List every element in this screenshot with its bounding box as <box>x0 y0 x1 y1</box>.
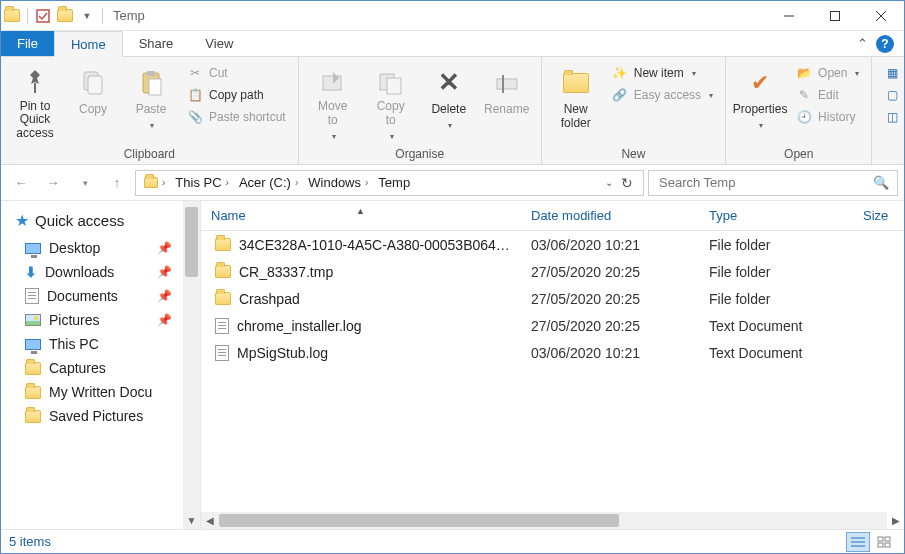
cut-button[interactable]: ✂Cut <box>181 63 292 83</box>
navpane-item-label: This PC <box>49 336 99 352</box>
scroll-right-icon[interactable]: ▶ <box>887 512 904 529</box>
select-none-button[interactable]: ▢Select none <box>878 85 905 105</box>
invert-selection-button[interactable]: ◫Invert selection <box>878 107 905 127</box>
properties-button[interactable]: ✔ Properties▾ <box>732 61 788 141</box>
back-button[interactable]: ← <box>7 169 35 197</box>
qat-dropdown[interactable]: ▼ <box>76 5 98 27</box>
paste-label: Paste <box>136 103 167 117</box>
quick-access-header[interactable]: ★ Quick access <box>1 211 200 230</box>
tab-home[interactable]: Home <box>54 31 123 57</box>
tab-share[interactable]: Share <box>123 31 190 56</box>
navpane-scrollbar[interactable]: ▲ ▼ <box>183 201 200 529</box>
new-item-button[interactable]: ✨New item▾ <box>606 63 719 83</box>
column-date[interactable]: Date modified <box>521 208 699 223</box>
table-row[interactable]: 34CE328A-1010-4A5C-A380-00053B064…03/06/… <box>201 231 904 258</box>
forward-button[interactable]: → <box>39 169 67 197</box>
paste-button[interactable]: Paste ▾ <box>123 61 179 141</box>
group-new-label: New <box>621 145 645 164</box>
edit-icon: ✎ <box>796 87 812 103</box>
open-button[interactable]: 📂Open▾ <box>790 63 865 83</box>
rename-button[interactable]: Rename <box>479 61 535 141</box>
minimize-button[interactable] <box>766 1 812 31</box>
file-date: 27/05/2020 20:25 <box>521 264 699 280</box>
up-button[interactable]: ↑ <box>103 169 131 197</box>
qat-properties-icon[interactable] <box>32 5 54 27</box>
select-all-button[interactable]: ▦Select all <box>878 63 905 83</box>
breadcrumb-seg-3[interactable]: Temp <box>374 175 414 190</box>
breadcrumb-seg-0[interactable]: This PC› <box>171 175 233 190</box>
column-name[interactable]: ▲Name <box>201 208 521 223</box>
navpane-item-label: Documents <box>47 288 118 304</box>
copy-label: Copy <box>79 103 107 117</box>
pin-label: Pin to Quick access <box>7 100 63 141</box>
pin-to-quick-access-button[interactable]: Pin to Quick access <box>7 61 63 141</box>
scroll-left-icon[interactable]: ◀ <box>201 512 218 529</box>
new-folder-button[interactable]: New folder <box>548 61 604 141</box>
copy-button[interactable]: Copy <box>65 61 121 141</box>
search-box[interactable]: 🔍 <box>648 170 898 196</box>
tab-file[interactable]: File <box>1 31 54 56</box>
group-select: ▦Select all ▢Select none ◫Invert selecti… <box>872 57 905 164</box>
copy-to-button[interactable]: Copy to▾ <box>363 61 419 141</box>
navpane-item[interactable]: My Written Docu <box>1 380 200 404</box>
easy-access-button[interactable]: 🔗Easy access▾ <box>606 85 719 105</box>
table-row[interactable]: CR_83337.tmp27/05/2020 20:25File folder <box>201 258 904 285</box>
navpane-item[interactable]: This PC <box>1 332 200 356</box>
search-input[interactable] <box>657 174 873 191</box>
delete-button[interactable]: ✕ Delete▾ <box>421 61 477 141</box>
text-document-icon <box>25 288 39 304</box>
tab-view[interactable]: View <box>189 31 249 56</box>
pin-icon: 📌 <box>157 265 172 279</box>
folder-icon <box>215 238 231 251</box>
breadcrumb-seg-1[interactable]: Acer (C:)› <box>235 175 302 190</box>
recent-locations-dropdown[interactable]: ▾ <box>71 169 99 197</box>
refresh-button[interactable]: ↻ <box>621 175 633 191</box>
navigation-pane: ★ Quick access Desktop📌⬇Downloads📌Docume… <box>1 201 201 529</box>
paste-dropdown-icon[interactable]: ▾ <box>150 121 154 130</box>
navpane-item[interactable]: Desktop📌 <box>1 236 200 260</box>
navpane-item[interactable]: Documents📌 <box>1 284 200 308</box>
svg-rect-2 <box>831 11 840 20</box>
address-bar[interactable]: › This PC› Acer (C:)› Windows› Temp ⌄ ↻ <box>135 170 644 196</box>
select-none-icon: ▢ <box>884 87 900 103</box>
navpane-item[interactable]: Pictures📌 <box>1 308 200 332</box>
table-row[interactable]: chrome_installer.log27/05/2020 20:25Text… <box>201 312 904 339</box>
folder-icon <box>25 362 41 375</box>
ribbon-collapse-icon[interactable]: ⌃ <box>857 36 868 51</box>
horizontal-scrollbar[interactable]: ◀ ▶ <box>201 512 887 529</box>
column-size[interactable]: Size <box>853 208 904 223</box>
search-icon[interactable]: 🔍 <box>873 175 889 190</box>
easy-access-icon: 🔗 <box>612 87 628 103</box>
copy-path-button[interactable]: 📋Copy path <box>181 85 292 105</box>
details-view-button[interactable] <box>846 532 870 552</box>
history-button[interactable]: 🕘History <box>790 107 865 127</box>
qat-newfolder-icon[interactable] <box>54 5 76 27</box>
move-to-button[interactable]: Move to▾ <box>305 61 361 141</box>
large-icons-view-button[interactable] <box>872 532 896 552</box>
navpane-item[interactable]: ⬇Downloads📌 <box>1 260 200 284</box>
open-icon: 📂 <box>796 65 812 81</box>
edit-button[interactable]: ✎Edit <box>790 85 865 105</box>
table-row[interactable]: Crashpad27/05/2020 20:25File folder <box>201 285 904 312</box>
breadcrumb-seg-2[interactable]: Windows› <box>304 175 372 190</box>
navpane-item[interactable]: Saved Pictures <box>1 404 200 428</box>
file-type: File folder <box>699 264 853 280</box>
table-row[interactable]: MpSigStub.log03/06/2020 10:21Text Docume… <box>201 339 904 366</box>
navpane-item-label: Captures <box>49 360 106 376</box>
navpane-scroll-thumb[interactable] <box>185 207 198 277</box>
folder-icon <box>1 5 23 27</box>
column-type[interactable]: Type <box>699 208 853 223</box>
titlebar: ▼ Temp <box>1 1 904 31</box>
address-dropdown-icon[interactable]: ⌄ <box>605 177 613 188</box>
scissors-icon: ✂ <box>187 65 203 81</box>
picture-icon <box>25 314 41 326</box>
close-button[interactable] <box>858 1 904 31</box>
file-date: 27/05/2020 20:25 <box>521 291 699 307</box>
navpane-item[interactable]: Captures <box>1 356 200 380</box>
maximize-button[interactable] <box>812 1 858 31</box>
breadcrumb-root[interactable]: › <box>140 177 169 188</box>
help-icon[interactable]: ? <box>876 35 894 53</box>
hscroll-thumb[interactable] <box>219 514 619 527</box>
scroll-down-icon[interactable]: ▼ <box>183 512 200 529</box>
paste-shortcut-button[interactable]: 📎Paste shortcut <box>181 107 292 127</box>
